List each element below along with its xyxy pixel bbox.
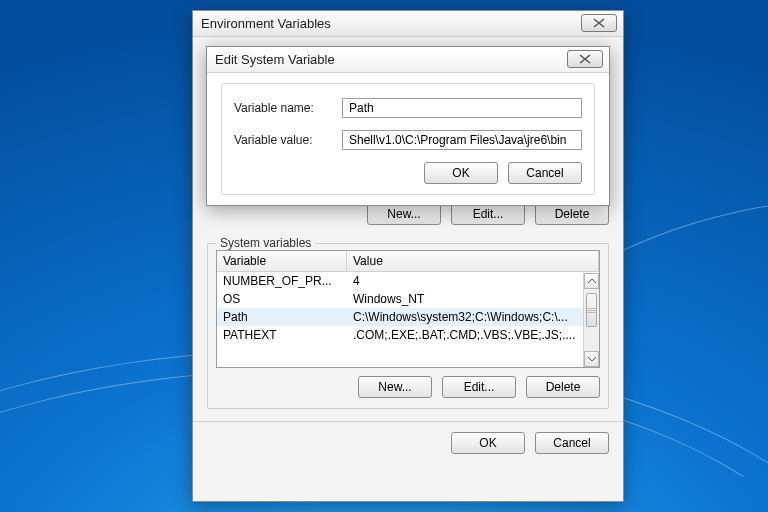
variable-name-label: Variable name:	[234, 101, 342, 115]
scroll-up-button[interactable]	[584, 273, 599, 289]
cell-variable: Path	[223, 310, 353, 324]
system-variables-list[interactable]: Variable Value NUMBER_OF_PR...4OSWindows…	[216, 250, 600, 368]
edit-footer-buttons: OK Cancel	[234, 162, 582, 184]
variable-name-input[interactable]	[342, 98, 582, 118]
system-delete-button[interactable]: Delete	[526, 376, 600, 398]
envvars-close-button[interactable]	[581, 14, 617, 32]
separator	[193, 421, 623, 422]
envvars-cancel-button[interactable]: Cancel	[535, 432, 609, 454]
edit-ok-button[interactable]: OK	[424, 162, 498, 184]
cell-value: .COM;.EXE;.BAT;.CMD;.VBS;.VBE;.JS;....	[353, 328, 593, 342]
cell-variable: OS	[223, 292, 353, 306]
system-edit-button[interactable]: Edit...	[442, 376, 516, 398]
edit-system-variable-dialog: Edit System Variable Variable name: Vari…	[206, 46, 610, 206]
edit-title: Edit System Variable	[215, 52, 335, 67]
col-header-value[interactable]: Value	[347, 251, 599, 271]
cell-value: Windows_NT	[353, 292, 593, 306]
system-new-button[interactable]: New...	[358, 376, 432, 398]
variable-value-label: Variable value:	[234, 133, 342, 147]
user-edit-button[interactable]: Edit...	[451, 203, 525, 225]
cell-variable: NUMBER_OF_PR...	[223, 274, 353, 288]
chevron-down-icon	[588, 356, 596, 362]
user-delete-button[interactable]: Delete	[535, 203, 609, 225]
envvars-footer-buttons: OK Cancel	[207, 432, 609, 454]
chevron-up-icon	[588, 278, 596, 284]
system-variables-group: System variables Variable Value NUMBER_O…	[207, 243, 609, 409]
variable-value-input[interactable]	[342, 130, 582, 150]
table-row[interactable]: OSWindows_NT	[217, 290, 599, 308]
edit-close-button[interactable]	[567, 50, 603, 68]
close-icon	[592, 18, 606, 28]
edit-titlebar[interactable]: Edit System Variable	[207, 47, 609, 73]
cell-value: C:\Windows\system32;C:\Windows;C:\...	[353, 310, 593, 324]
table-row[interactable]: PathC:\Windows\system32;C:\Windows;C:\..…	[217, 308, 599, 326]
scroll-down-button[interactable]	[584, 351, 599, 367]
table-row[interactable]: NUMBER_OF_PR...4	[217, 272, 599, 290]
system-vars-button-row: New... Edit... Delete	[216, 376, 600, 398]
envvars-title: Environment Variables	[201, 16, 331, 31]
table-row[interactable]: PATHEXT.COM;.EXE;.BAT;.CMD;.VBS;.VBE;.JS…	[217, 326, 599, 344]
system-variables-label: System variables	[216, 236, 315, 250]
envvars-titlebar[interactable]: Environment Variables	[193, 11, 623, 37]
user-vars-button-row: New... Edit... Delete	[207, 203, 609, 225]
cell-variable: PATHEXT	[223, 328, 353, 342]
col-header-variable[interactable]: Variable	[217, 251, 347, 271]
scroll-thumb[interactable]	[586, 293, 597, 327]
close-icon	[578, 54, 592, 64]
cell-value: 4	[353, 274, 593, 288]
user-new-button[interactable]: New...	[367, 203, 441, 225]
system-variables-header: Variable Value	[217, 251, 599, 272]
system-variables-scrollbar[interactable]	[583, 273, 599, 367]
envvars-ok-button[interactable]: OK	[451, 432, 525, 454]
edit-cancel-button[interactable]: Cancel	[508, 162, 582, 184]
